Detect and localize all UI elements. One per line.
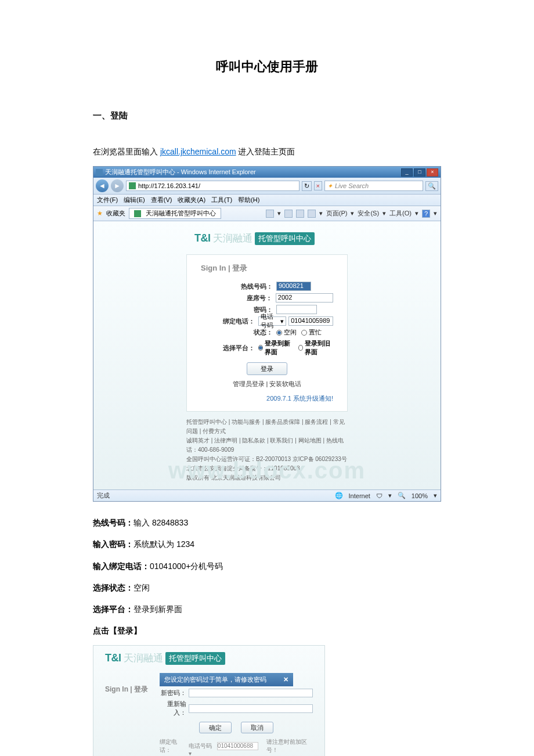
feeds-icon[interactable] — [284, 210, 293, 218]
bind-phone-label: 绑定电话： — [201, 317, 258, 326]
back-button[interactable]: ◄ — [96, 179, 109, 192]
section-1-heading: 一、登陆 — [93, 110, 441, 121]
instr-bind-v: 01041000+分机号码 — [150, 561, 223, 571]
menu-tools[interactable]: 工具(T) — [211, 196, 232, 204]
zoom-icon[interactable]: 🔍 — [398, 492, 406, 499]
address-bar[interactable]: http://172.16.203.141/ — [126, 181, 300, 191]
sign-in-heading-2: Sign In | 登录 — [105, 673, 148, 756]
login-panel: Sign In | 登录 热线号码： 9000821 座席号： 2002 密码：… — [186, 254, 348, 412]
cmd-safety[interactable]: 安全(S) — [358, 209, 379, 218]
login-button[interactable]: 登录 — [247, 362, 287, 375]
menu-view[interactable]: 查看(V) — [151, 196, 172, 204]
status-internet: Internet — [349, 492, 370, 499]
password-dialog: 您设定的密码过于简单，请修改密码 ✕ — [160, 673, 293, 686]
dialog-close-icon[interactable]: ✕ — [283, 676, 288, 683]
help-icon[interactable]: ? — [422, 210, 430, 218]
status-done: 完成 — [97, 491, 110, 500]
logo-cn-2: 天润融通 — [124, 651, 163, 665]
tab-favicon — [134, 210, 141, 217]
page-icon — [96, 169, 103, 176]
new-pwd-input[interactable] — [189, 689, 313, 697]
login-url-link[interactable]: jkcall.jkchemical.com — [160, 147, 236, 156]
menu-file[interactable]: 文件(F) — [97, 196, 118, 204]
intro-pre: 在浏览器里面输入 — [93, 147, 160, 156]
intro-post: 进入登陆主页面 — [236, 147, 295, 156]
menu-edit[interactable]: 编辑(E) — [124, 196, 145, 204]
bind-phone-input-2[interactable]: 01041000688 — [217, 742, 258, 750]
internet-zone-icon: 🌐 — [335, 492, 343, 499]
password-input[interactable] — [276, 305, 317, 314]
state-idle-radio[interactable] — [276, 330, 282, 336]
platform-new-text: 登录到新界面 — [265, 339, 294, 357]
logo-en: T&I — [194, 232, 211, 244]
state-busy-radio[interactable] — [301, 330, 307, 336]
notice-link[interactable]: 2009.7.1 系统升级通知! — [201, 394, 333, 403]
close-button[interactable]: × — [427, 168, 438, 177]
browser-tab[interactable]: 天润融通托管型呼叫中心 — [129, 208, 221, 219]
browser-screenshot-1: 天润融通托管型呼叫中心 - Windows Internet Explorer … — [93, 166, 441, 502]
bind-type-select-2[interactable]: 电话号码 ▾ — [189, 742, 213, 750]
state-busy-text: 置忙 — [309, 328, 322, 337]
instr-pwd-v: 系统默认为 1234 — [134, 539, 194, 549]
search-placeholder: Live Search — [335, 182, 369, 189]
sign-in-heading: Sign In | 登录 — [201, 263, 333, 273]
bind-type-value: 电话号码 — [261, 312, 278, 330]
bind-tip: 请注意时前加区号！ — [266, 738, 313, 754]
forward-button[interactable]: ► — [111, 179, 124, 192]
search-box[interactable]: ✦ Live Search — [324, 181, 423, 191]
cmd-page[interactable]: 页面(P) — [326, 209, 348, 218]
instr-hotline-v: 输入 82848833 — [134, 518, 188, 527]
re-pwd-input[interactable] — [189, 704, 313, 713]
minimize-button[interactable]: _ — [401, 168, 413, 177]
aux-links[interactable]: 管理员登录 | 安装软电话 — [201, 380, 333, 388]
dropdown-icon: ▾ — [280, 318, 284, 325]
new-pwd-label: 新密码： — [160, 689, 189, 697]
menu-favorites[interactable]: 收藏夹(A) — [178, 196, 205, 204]
window-title: 天润融通托管型呼叫中心 - Windows Internet Explorer — [105, 168, 256, 177]
site-favicon — [129, 182, 136, 189]
footer-line-4: 版权所有 北京天润融通科技有限公司 — [186, 473, 348, 483]
bind-type-select[interactable]: 电话号码▾ — [258, 316, 286, 326]
screenshot-2: T&I 天润融通 托管型呼叫中心 Sign In | 登录 您设定的密码过于简单… — [93, 645, 325, 756]
instr-plat-l: 选择平台： — [93, 604, 134, 614]
favorites-label[interactable]: 收藏夹 — [106, 209, 125, 218]
dialog-title: 您设定的密码过于简单，请修改密码 — [164, 675, 266, 684]
document-title: 呼叫中心使用手册 — [93, 58, 441, 75]
refresh-icon[interactable]: ↻ — [302, 181, 312, 191]
re-pwd-label: 重新输入： — [160, 700, 189, 717]
search-go-icon[interactable]: 🔍 — [425, 181, 438, 191]
bind-label-2: 绑定电话： — [160, 738, 185, 754]
logo-cn: 天润融通 — [213, 232, 252, 245]
instr-plat-v: 登录到新界面 — [134, 604, 182, 614]
instr-state-v: 空闲 — [134, 583, 150, 592]
instr-state-l: 选择状态： — [93, 583, 134, 592]
hotline-input[interactable]: 9000821 — [276, 282, 311, 291]
command-bar: ▾ ▾ 页面(P)▾ 安全(S)▾ 工具(O)▾ ?▾ — [266, 209, 437, 218]
bind-type-value-2: 电话号码 — [189, 743, 212, 749]
home-icon[interactable] — [266, 210, 274, 218]
state-label: 状态： — [201, 328, 276, 337]
maximize-button[interactable]: □ — [414, 168, 425, 177]
print-icon[interactable] — [308, 210, 316, 218]
hotline-label: 热线号码： — [201, 282, 276, 291]
footer-line-3: 全国呼叫中心运营许可证：B2-20070013 京ICP备 06029233号 … — [186, 455, 348, 473]
platform-old-radio[interactable] — [298, 345, 303, 351]
instr-bind-l: 输入绑定电话： — [93, 561, 150, 571]
cmd-tools[interactable]: 工具(O) — [389, 209, 412, 218]
ok-button[interactable]: 确定 — [199, 722, 232, 733]
platform-new-radio[interactable] — [258, 345, 263, 351]
menu-help[interactable]: 帮助(H) — [238, 196, 259, 204]
seat-input[interactable]: 2002 — [276, 293, 333, 303]
cancel-button[interactable]: 取消 — [241, 722, 273, 733]
bind-phone-input[interactable]: 01041005989 — [288, 316, 333, 326]
favorites-star-icon[interactable]: ★ — [97, 210, 103, 217]
intro-line: 在浏览器里面输入 jkcall.jkchemical.com 进入登陆主页面 — [93, 145, 441, 159]
footer-line-2: 诚聘英才 | 法律声明 | 隐私条款 | 联系我们 | 网站地图 | 热线电话：… — [186, 436, 348, 455]
live-search-icon: ✦ — [327, 182, 333, 190]
logo-badge-2: 托管型呼叫中心 — [165, 652, 225, 665]
nav-toolbar: ◄ ► http://172.16.203.141/ ↻ × ✦ Live Se… — [93, 178, 441, 195]
platform-old-text: 登录到旧界面 — [305, 339, 334, 357]
stop-icon[interactable]: × — [314, 181, 322, 190]
state-idle-text: 空闲 — [284, 328, 297, 337]
mail-icon[interactable] — [296, 210, 304, 218]
